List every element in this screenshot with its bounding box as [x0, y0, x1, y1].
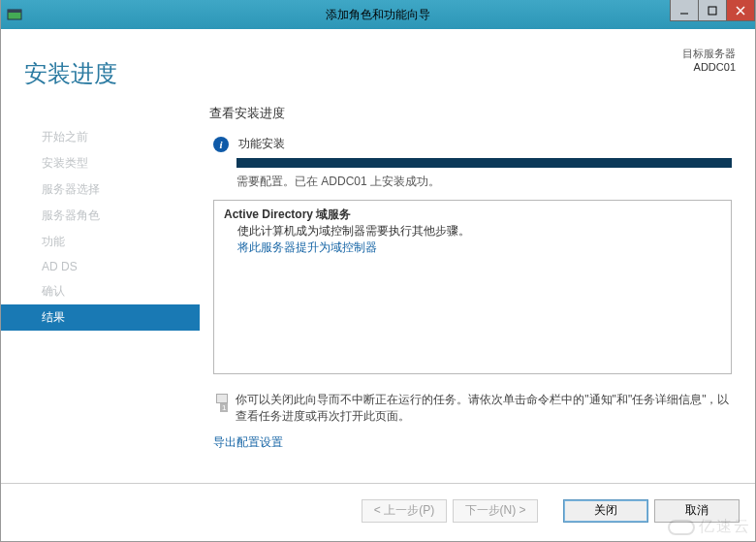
result-heading: Active Directory 域服务	[224, 207, 721, 223]
cloud-icon	[668, 520, 695, 535]
content-area: 目标服务器 ADDC01 安装进度 开始之前 安装类型 服务器选择 服务器角色 …	[1, 29, 755, 483]
notification-flag-icon	[213, 392, 226, 415]
status-subtext: 需要配置。已在 ADDC01 上安装成功。	[236, 174, 736, 190]
step-before-begin: 开始之前	[1, 124, 200, 150]
step-server-roles: 服务器角色	[1, 203, 200, 229]
step-install-type: 安装类型	[1, 150, 200, 176]
wizard-steps: 开始之前 安装类型 服务器选择 服务器角色 功能 AD DS 确认 结果	[1, 124, 200, 331]
window-controls	[671, 0, 755, 21]
step-adds: AD DS	[1, 255, 200, 278]
left-panel: 安装进度 开始之前 安装类型 服务器选择 服务器角色 功能 AD DS 确认 结…	[1, 29, 200, 483]
status-row: i 功能安装	[213, 136, 736, 152]
previous-button: < 上一步(P)	[362, 499, 447, 523]
close-window-button[interactable]	[726, 0, 755, 21]
maximize-button[interactable]	[698, 0, 727, 21]
step-confirm: 确认	[1, 278, 200, 304]
app-icon	[7, 7, 22, 22]
info-icon: i	[213, 137, 229, 152]
close-button[interactable]: 关闭	[563, 499, 648, 523]
watermark: 亿速云	[668, 517, 751, 537]
footer-buttons: < 上一步(P) 下一步(N) > 关闭 取消	[1, 483, 755, 537]
results-box: Active Directory 域服务 使此计算机成为域控制器需要执行其他步骤…	[213, 200, 732, 374]
step-server-select: 服务器选择	[1, 176, 200, 203]
promote-dc-link[interactable]: 将此服务器提升为域控制器	[237, 239, 721, 256]
close-note-text: 你可以关闭此向导而不中断正在运行的任务。请依次单击命令栏中的"通知"和"任务详细…	[236, 392, 732, 425]
minimize-button[interactable]	[670, 0, 699, 21]
close-note-row: 你可以关闭此向导而不中断正在运行的任务。请依次单击命令栏中的"通知"和"任务详细…	[213, 392, 732, 425]
step-results[interactable]: 结果	[1, 304, 200, 331]
export-settings-link[interactable]: 导出配置设置	[213, 434, 736, 451]
svg-rect-3	[709, 7, 716, 15]
result-note: 使此计算机成为域控制器需要执行其他步骤。	[237, 223, 721, 239]
page-title: 安装进度	[24, 58, 200, 89]
window-title: 添加角色和功能向导	[1, 7, 755, 23]
next-button: 下一步(N) >	[453, 499, 538, 523]
step-features: 功能	[1, 229, 200, 255]
svg-rect-1	[8, 10, 21, 13]
status-title: 功能安装	[238, 136, 285, 152]
title-bar: 添加角色和功能向导	[1, 0, 755, 29]
progress-bar	[236, 158, 732, 168]
section-title: 查看安装进度	[209, 105, 736, 122]
main-panel: 查看安装进度 i 功能安装 需要配置。已在 ADDC01 上安装成功。 Acti…	[200, 29, 755, 483]
